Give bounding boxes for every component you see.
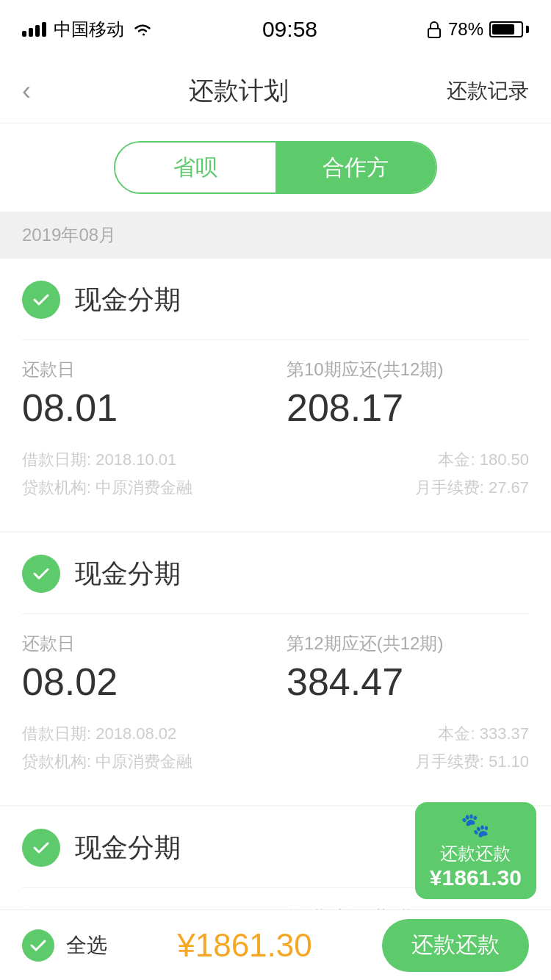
overlay-text: 还款还款	[440, 842, 511, 865]
card-2-details-1: 借款日期: 2018.08.02 本金: 333.37	[22, 723, 529, 745]
card-1-labels: 还款日 08.01 第10期应还(共12期) 208.17	[22, 358, 529, 443]
check-circle-2	[22, 555, 60, 593]
card-2-detail2-left: 贷款机构: 中原消费金融	[22, 751, 192, 773]
card-1-right-value: 208.17	[287, 386, 529, 430]
card-2-detail1-right: 本金: 333.37	[438, 723, 529, 745]
card-2-left-label: 还款日	[22, 632, 264, 655]
status-bar: 中国移动 09:58 78%	[0, 0, 551, 59]
bottom-amount: ¥1861.30	[177, 927, 312, 964]
time-label: 09:58	[262, 17, 317, 42]
card-2-left-value: 08.02	[22, 660, 264, 704]
back-button[interactable]: ‹	[22, 76, 31, 107]
battery-percent: 78%	[448, 19, 483, 40]
select-all-label: 全选	[66, 932, 107, 959]
card-2-right-label: 第12期应还(共12期)	[287, 632, 529, 655]
card-2-divider	[22, 613, 529, 614]
card-2-detail1-left: 借款日期: 2018.08.02	[22, 723, 176, 745]
card-2-title-row: 现金分期	[22, 555, 529, 593]
section-header: 2019年08月	[0, 212, 551, 259]
card-1-detail1-left: 借款日期: 2018.10.01	[22, 449, 176, 471]
card-1-left-value: 08.01	[22, 386, 264, 430]
tab-hezuo[interactable]: 合作方	[276, 143, 436, 192]
repayment-records-link[interactable]: 还款记录	[447, 77, 529, 105]
overlay-icon: 🐾	[461, 811, 490, 839]
signal-icon	[22, 22, 46, 37]
battery-icon	[489, 21, 529, 37]
card-1-left-label: 还款日	[22, 358, 264, 381]
card-1-title: 现金分期	[75, 282, 181, 318]
total-amount: ¥1861.30	[177, 927, 312, 964]
page-title: 还款计划	[189, 74, 289, 108]
tab-shengsu[interactable]: 省呗	[115, 143, 276, 192]
card-1: 现金分期 还款日 08.01 第10期应还(共12期) 208.17 借款日期:…	[0, 259, 551, 531]
carrier-label: 中国移动	[54, 18, 124, 41]
select-all-check-icon	[27, 934, 49, 956]
svg-rect-0	[428, 29, 440, 37]
card-1-detail2-left: 贷款机构: 中原消费金融	[22, 477, 192, 499]
card-2-right-value: 384.47	[287, 660, 529, 704]
status-right: 78%	[426, 19, 529, 40]
card-1-details-1: 借款日期: 2018.10.01 本金: 180.50	[22, 449, 529, 471]
card-1-details-2: 贷款机构: 中原消费金融 月手续费: 27.67	[22, 477, 529, 499]
card-3-title: 现金分期	[75, 830, 181, 866]
card-1-title-row: 现金分期	[22, 281, 529, 319]
check-icon-3	[30, 837, 52, 859]
status-left: 中国移动	[22, 18, 154, 41]
card-2-detail2-right: 月手续费: 51.10	[415, 751, 529, 773]
lock-icon	[426, 20, 442, 39]
tab-container: 省呗 合作方	[114, 141, 437, 194]
check-circle-1	[22, 281, 60, 319]
select-all-checkbox[interactable]	[22, 929, 54, 962]
card-1-detail1-right: 本金: 180.50	[438, 449, 529, 471]
nav-bar: ‹ 还款计划 还款记录	[0, 59, 551, 123]
tab-switcher: 省呗 合作方	[0, 123, 551, 212]
select-all-area: 全选	[22, 929, 107, 962]
bottom-bar: 全选 ¥1861.30 还款还款	[0, 909, 551, 980]
overlay-amount: ¥1861.30	[430, 865, 522, 890]
overlay-badge[interactable]: 🐾 还款还款 ¥1861.30	[415, 802, 536, 899]
pay-button[interactable]: 还款还款	[382, 919, 529, 972]
check-icon-2	[30, 563, 52, 585]
card-1-divider	[22, 339, 529, 340]
card-2-details-2: 贷款机构: 中原消费金融 月手续费: 51.10	[22, 751, 529, 773]
card-2-labels: 还款日 08.02 第12期应还(共12期) 384.47	[22, 632, 529, 717]
card-1-detail2-right: 月手续费: 27.67	[415, 477, 529, 499]
check-circle-3	[22, 829, 60, 867]
check-icon-1	[30, 289, 52, 311]
wifi-icon	[132, 21, 154, 37]
card-1-right-label: 第10期应还(共12期)	[287, 358, 529, 381]
card-2: 现金分期 还款日 08.02 第12期应还(共12期) 384.47 借款日期:…	[0, 533, 551, 805]
card-2-title: 现金分期	[75, 556, 181, 592]
